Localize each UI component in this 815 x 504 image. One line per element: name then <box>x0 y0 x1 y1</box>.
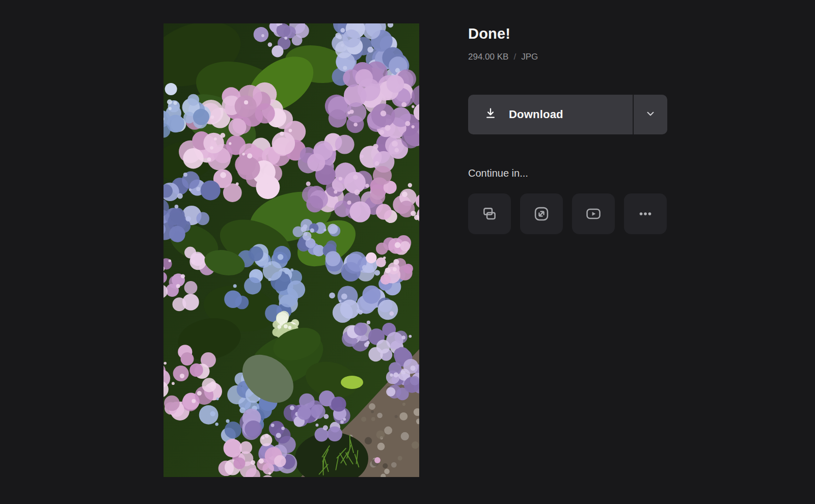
file-format: JPG <box>521 52 538 62</box>
video-play-icon <box>585 205 602 222</box>
download-button-label: Download <box>509 108 563 121</box>
download-icon <box>483 106 498 123</box>
file-meta: 294.00 KB / JPG <box>468 52 668 62</box>
resize-icon <box>533 205 550 222</box>
download-button[interactable]: Download <box>468 95 633 134</box>
file-size: 294.00 KB <box>468 52 508 62</box>
export-panel: Done! 294.00 KB / JPG Download Continue … <box>468 25 668 62</box>
image-preview <box>164 23 419 477</box>
continue-in-actions <box>468 193 667 234</box>
action-button-collage[interactable] <box>468 193 511 234</box>
action-button-video[interactable] <box>572 193 615 234</box>
hydrangea-photo-art <box>164 23 419 477</box>
ellipsis-icon <box>637 205 654 222</box>
download-split-button: Download <box>468 95 667 134</box>
page-title: Done! <box>468 25 668 42</box>
download-options-button[interactable] <box>634 95 667 134</box>
overlapping-frames-icon <box>481 205 498 222</box>
action-button-more[interactable] <box>624 193 667 234</box>
continue-in-label: Continue in... <box>468 167 528 179</box>
chevron-down-icon <box>644 107 657 122</box>
action-button-resize[interactable] <box>520 193 563 234</box>
meta-separator: / <box>513 52 516 62</box>
